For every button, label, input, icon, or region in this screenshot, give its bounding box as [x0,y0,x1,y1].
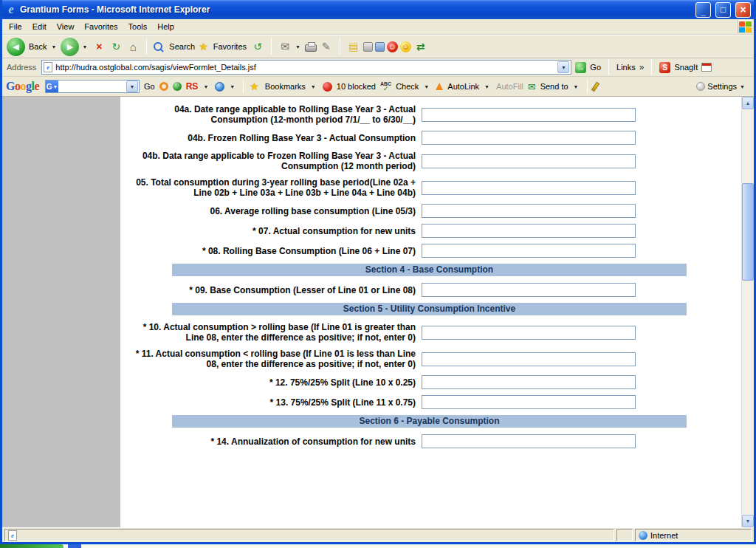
maximize-button[interactable]: □ [715,2,731,18]
settings-button[interactable]: Settings ▼ [696,82,750,91]
menu-view[interactable]: View [52,21,80,32]
back-button[interactable]: ◀ [7,38,25,56]
history-button[interactable]: ↺ [250,38,265,55]
settings-dropdown-icon: ▼ [740,84,745,89]
messenger-button[interactable]: ☺ [387,41,398,52]
globe-icon[interactable] [215,82,224,92]
google-g-icon[interactable]: G▼ [46,81,58,92]
snagit-icon[interactable]: S [659,62,670,73]
address-dropdown-button[interactable]: ▼ [557,61,569,73]
mail-dropdown-icon[interactable]: ▼ [295,44,300,49]
field-input[interactable] [422,375,636,389]
scroll-thumb[interactable] [742,183,754,281]
go-icon[interactable]: → [575,62,586,73]
field-input[interactable] [422,204,636,218]
form-field-row: * 08. Rolling Base Consumption (Line 06 … [126,244,741,258]
sendto-label[interactable]: Send to [540,82,568,91]
navigation-toolbar: ◀ Back ▼ ▶ ▼ × ↻ ⌂ Search ★ Favorites ↺ … [2,35,754,58]
scroll-track[interactable] [742,109,754,515]
rs-dropdown-icon[interactable]: ▼ [203,84,208,89]
search-icon[interactable] [153,41,164,52]
snagit-window-icon[interactable] [701,63,712,72]
home-button[interactable]: ⌂ [126,38,140,55]
bookmarks-label[interactable]: Bookmarks [265,82,306,91]
address-field[interactable]: e http://hudra.ostglobal.com/sagis/viewF… [41,60,571,75]
messenger-window-button[interactable] [375,42,385,52]
close-button[interactable]: × [735,2,751,18]
form-field-row: * 12. 75%/25% Split (Line 10 x 0.25) [126,375,741,389]
autolink-dropdown-icon[interactable]: ▼ [484,84,489,89]
field-label: 05. Total consumption during 3-year roll… [126,177,422,198]
search-label[interactable]: Search [169,42,195,51]
field-input[interactable] [422,131,636,145]
google-search-input[interactable] [58,81,126,92]
check-label[interactable]: Check [396,82,419,91]
highlighter-icon[interactable] [591,81,599,92]
form-field-row: * 11. Actual consumption < rolling base … [126,349,741,369]
favorites-star-icon[interactable]: ★ [199,41,208,52]
field-label: * 11. Actual consumption < rolling base … [126,349,422,369]
autolink-label[interactable]: AutoLink [447,82,479,91]
menu-favorites[interactable]: Favorites [79,21,123,32]
menu-edit[interactable]: Edit [27,21,52,32]
field-input[interactable] [422,434,636,448]
google-search-box[interactable]: G▼ ▼ [45,80,140,93]
blocked-label[interactable]: 10 blocked [337,82,376,91]
menu-file[interactable]: File [4,21,27,32]
pageinfo-icon[interactable] [173,82,182,91]
research-button[interactable] [363,42,373,52]
links-label[interactable]: Links [616,63,636,72]
field-input[interactable] [422,108,636,122]
mail-button[interactable]: ✉ [278,38,292,55]
scroll-down-button[interactable]: ▼ [742,515,754,527]
field-input[interactable] [422,283,636,297]
status-zone-pane: Internet [635,529,752,541]
field-input[interactable] [422,244,636,258]
field-input[interactable] [422,352,636,366]
bookmarks-star-icon[interactable]: ★ [250,81,259,92]
menu-tools[interactable]: Tools [123,21,153,32]
address-url[interactable]: http://hudra.ostglobal.com/sagis/viewFor… [55,63,554,72]
spellcheck-abc-icon[interactable]: ABC✓ [380,82,391,91]
minimize-button[interactable]: _ [695,2,711,18]
favorites-label[interactable]: Favorites [213,42,247,51]
check-dropdown-icon[interactable]: ▼ [424,84,429,89]
field-input[interactable] [422,326,636,340]
print-button[interactable] [305,44,317,52]
field-label: * 09. Base Consumption (Lesser of Line 0… [126,285,422,295]
snagit-label[interactable]: SnagIt [674,63,698,72]
field-input[interactable] [422,395,636,409]
discuss-button[interactable]: ▤ [346,38,361,55]
back-dropdown-icon[interactable]: ▼ [51,44,56,49]
vertical-scrollbar[interactable]: ▲ ▼ [741,97,754,527]
field-input[interactable] [422,224,636,238]
globe-dropdown-icon[interactable]: ▼ [230,84,235,89]
field-input[interactable] [422,181,636,195]
field-input[interactable] [422,154,636,168]
capture-button[interactable]: ⇄ [413,38,428,55]
autolink-icon[interactable] [436,83,443,90]
refresh-button[interactable]: ↻ [109,38,123,55]
google-search-dropdown[interactable]: ▼ [126,81,138,92]
popup-blocker-icon[interactable] [323,82,332,92]
rs-button[interactable]: RS [186,81,199,92]
start-button-fragment[interactable] [0,544,63,548]
msn-messenger-button[interactable]: ☺ [400,41,411,52]
links-chevron-icon[interactable]: » [639,62,645,72]
stop-button[interactable]: × [92,38,106,55]
sendto-icon[interactable]: ✉ [528,81,536,92]
forward-dropdown-icon[interactable]: ▼ [82,44,87,49]
forward-button[interactable]: ▶ [61,38,79,56]
pagerank-icon[interactable] [159,82,168,91]
taskbar-button-fragment[interactable] [68,544,81,548]
google-go-label[interactable]: Go [144,82,155,91]
back-label[interactable]: Back [29,42,47,51]
edit-button[interactable]: ✎ [319,38,334,55]
sendto-dropdown-icon[interactable]: ▼ [574,84,579,89]
bookmarks-dropdown-icon[interactable]: ▼ [311,84,316,89]
go-label[interactable]: Go [590,63,601,72]
menu-help[interactable]: Help [152,21,179,32]
form-area: 04a. Date range applicable to Rolling Ba… [120,97,741,527]
field-label: * 13. 75%/25% Split (Line 11 x 0.75) [126,397,422,408]
scroll-up-button[interactable]: ▲ [742,97,754,109]
